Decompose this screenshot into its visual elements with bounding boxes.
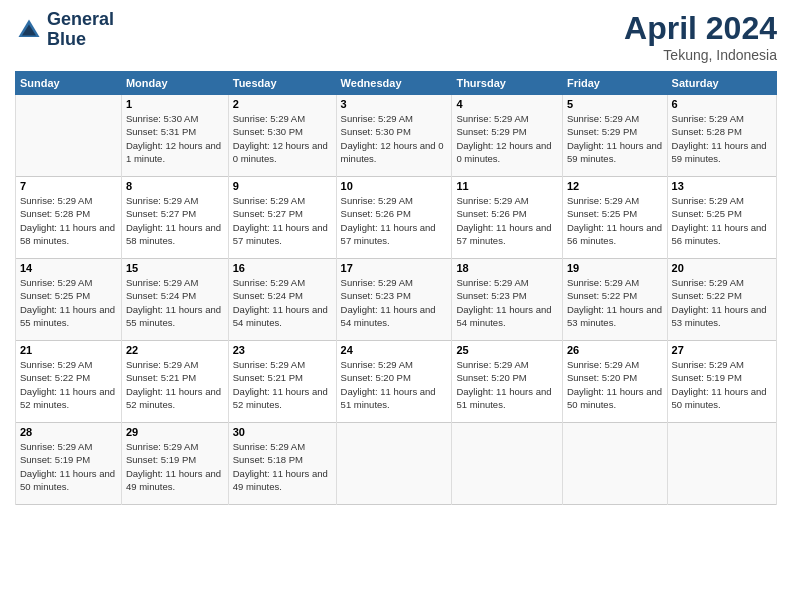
day-cell: 20Sunrise: 5:29 AMSunset: 5:22 PMDayligh… [667, 259, 776, 341]
week-row-3: 21Sunrise: 5:29 AMSunset: 5:22 PMDayligh… [16, 341, 777, 423]
day-number: 15 [126, 262, 224, 274]
day-cell: 3Sunrise: 5:29 AMSunset: 5:30 PMDaylight… [336, 95, 452, 177]
week-row-4: 28Sunrise: 5:29 AMSunset: 5:19 PMDayligh… [16, 423, 777, 505]
day-number: 24 [341, 344, 448, 356]
logo-line1: General [47, 10, 114, 30]
day-number: 20 [672, 262, 772, 274]
day-info: Sunrise: 5:29 AMSunset: 5:27 PMDaylight:… [126, 194, 224, 247]
day-number: 26 [567, 344, 663, 356]
day-cell: 13Sunrise: 5:29 AMSunset: 5:25 PMDayligh… [667, 177, 776, 259]
col-tuesday: Tuesday [228, 72, 336, 95]
logo: General Blue [15, 10, 114, 50]
day-number: 10 [341, 180, 448, 192]
day-cell: 23Sunrise: 5:29 AMSunset: 5:21 PMDayligh… [228, 341, 336, 423]
day-info: Sunrise: 5:29 AMSunset: 5:19 PMDaylight:… [20, 440, 117, 493]
day-cell: 27Sunrise: 5:29 AMSunset: 5:19 PMDayligh… [667, 341, 776, 423]
day-info: Sunrise: 5:29 AMSunset: 5:29 PMDaylight:… [567, 112, 663, 165]
header-row: Sunday Monday Tuesday Wednesday Thursday… [16, 72, 777, 95]
location: Tekung, Indonesia [624, 47, 777, 63]
day-info: Sunrise: 5:29 AMSunset: 5:24 PMDaylight:… [233, 276, 332, 329]
day-number: 27 [672, 344, 772, 356]
day-cell: 11Sunrise: 5:29 AMSunset: 5:26 PMDayligh… [452, 177, 563, 259]
calendar-body: 1Sunrise: 5:30 AMSunset: 5:31 PMDaylight… [16, 95, 777, 505]
day-info: Sunrise: 5:29 AMSunset: 5:21 PMDaylight:… [233, 358, 332, 411]
day-number: 1 [126, 98, 224, 110]
day-info: Sunrise: 5:29 AMSunset: 5:23 PMDaylight:… [341, 276, 448, 329]
day-number: 21 [20, 344, 117, 356]
day-cell: 28Sunrise: 5:29 AMSunset: 5:19 PMDayligh… [16, 423, 122, 505]
day-info: Sunrise: 5:29 AMSunset: 5:28 PMDaylight:… [20, 194, 117, 247]
day-number: 30 [233, 426, 332, 438]
col-saturday: Saturday [667, 72, 776, 95]
day-cell: 4Sunrise: 5:29 AMSunset: 5:29 PMDaylight… [452, 95, 563, 177]
header: General Blue April 2024 Tekung, Indonesi… [15, 10, 777, 63]
day-number: 4 [456, 98, 558, 110]
day-cell: 7Sunrise: 5:29 AMSunset: 5:28 PMDaylight… [16, 177, 122, 259]
day-number: 16 [233, 262, 332, 274]
day-info: Sunrise: 5:29 AMSunset: 5:22 PMDaylight:… [20, 358, 117, 411]
day-cell: 1Sunrise: 5:30 AMSunset: 5:31 PMDaylight… [121, 95, 228, 177]
day-cell: 14Sunrise: 5:29 AMSunset: 5:25 PMDayligh… [16, 259, 122, 341]
week-row-1: 7Sunrise: 5:29 AMSunset: 5:28 PMDaylight… [16, 177, 777, 259]
day-info: Sunrise: 5:30 AMSunset: 5:31 PMDaylight:… [126, 112, 224, 165]
day-cell: 22Sunrise: 5:29 AMSunset: 5:21 PMDayligh… [121, 341, 228, 423]
day-info: Sunrise: 5:29 AMSunset: 5:20 PMDaylight:… [341, 358, 448, 411]
day-cell [452, 423, 563, 505]
day-cell: 19Sunrise: 5:29 AMSunset: 5:22 PMDayligh… [562, 259, 667, 341]
day-info: Sunrise: 5:29 AMSunset: 5:19 PMDaylight:… [672, 358, 772, 411]
day-cell: 9Sunrise: 5:29 AMSunset: 5:27 PMDaylight… [228, 177, 336, 259]
day-number: 17 [341, 262, 448, 274]
day-info: Sunrise: 5:29 AMSunset: 5:21 PMDaylight:… [126, 358, 224, 411]
day-info: Sunrise: 5:29 AMSunset: 5:27 PMDaylight:… [233, 194, 332, 247]
calendar-header: Sunday Monday Tuesday Wednesday Thursday… [16, 72, 777, 95]
day-info: Sunrise: 5:29 AMSunset: 5:23 PMDaylight:… [456, 276, 558, 329]
day-info: Sunrise: 5:29 AMSunset: 5:25 PMDaylight:… [672, 194, 772, 247]
day-info: Sunrise: 5:29 AMSunset: 5:25 PMDaylight:… [567, 194, 663, 247]
page-container: General Blue April 2024 Tekung, Indonesi… [0, 0, 792, 515]
day-info: Sunrise: 5:29 AMSunset: 5:25 PMDaylight:… [20, 276, 117, 329]
day-cell: 29Sunrise: 5:29 AMSunset: 5:19 PMDayligh… [121, 423, 228, 505]
logo-icon [15, 16, 43, 44]
day-cell: 25Sunrise: 5:29 AMSunset: 5:20 PMDayligh… [452, 341, 563, 423]
logo-text: General Blue [47, 10, 114, 50]
week-row-0: 1Sunrise: 5:30 AMSunset: 5:31 PMDaylight… [16, 95, 777, 177]
day-number: 25 [456, 344, 558, 356]
day-number: 18 [456, 262, 558, 274]
day-cell [336, 423, 452, 505]
day-cell: 5Sunrise: 5:29 AMSunset: 5:29 PMDaylight… [562, 95, 667, 177]
day-info: Sunrise: 5:29 AMSunset: 5:28 PMDaylight:… [672, 112, 772, 165]
day-info: Sunrise: 5:29 AMSunset: 5:19 PMDaylight:… [126, 440, 224, 493]
day-number: 11 [456, 180, 558, 192]
title-area: April 2024 Tekung, Indonesia [624, 10, 777, 63]
day-cell: 24Sunrise: 5:29 AMSunset: 5:20 PMDayligh… [336, 341, 452, 423]
day-cell: 8Sunrise: 5:29 AMSunset: 5:27 PMDaylight… [121, 177, 228, 259]
day-number: 7 [20, 180, 117, 192]
day-number: 28 [20, 426, 117, 438]
day-cell: 2Sunrise: 5:29 AMSunset: 5:30 PMDaylight… [228, 95, 336, 177]
day-cell: 10Sunrise: 5:29 AMSunset: 5:26 PMDayligh… [336, 177, 452, 259]
day-cell: 12Sunrise: 5:29 AMSunset: 5:25 PMDayligh… [562, 177, 667, 259]
day-number: 12 [567, 180, 663, 192]
day-number: 8 [126, 180, 224, 192]
day-cell: 6Sunrise: 5:29 AMSunset: 5:28 PMDaylight… [667, 95, 776, 177]
month-title: April 2024 [624, 10, 777, 47]
day-info: Sunrise: 5:29 AMSunset: 5:22 PMDaylight:… [672, 276, 772, 329]
col-wednesday: Wednesday [336, 72, 452, 95]
day-cell [562, 423, 667, 505]
day-number: 14 [20, 262, 117, 274]
day-info: Sunrise: 5:29 AMSunset: 5:18 PMDaylight:… [233, 440, 332, 493]
day-info: Sunrise: 5:29 AMSunset: 5:30 PMDaylight:… [233, 112, 332, 165]
day-number: 19 [567, 262, 663, 274]
day-info: Sunrise: 5:29 AMSunset: 5:20 PMDaylight:… [456, 358, 558, 411]
col-monday: Monday [121, 72, 228, 95]
week-row-2: 14Sunrise: 5:29 AMSunset: 5:25 PMDayligh… [16, 259, 777, 341]
day-number: 6 [672, 98, 772, 110]
day-cell [667, 423, 776, 505]
day-number: 5 [567, 98, 663, 110]
day-number: 2 [233, 98, 332, 110]
day-info: Sunrise: 5:29 AMSunset: 5:24 PMDaylight:… [126, 276, 224, 329]
day-number: 23 [233, 344, 332, 356]
day-number: 3 [341, 98, 448, 110]
day-cell: 18Sunrise: 5:29 AMSunset: 5:23 PMDayligh… [452, 259, 563, 341]
day-info: Sunrise: 5:29 AMSunset: 5:29 PMDaylight:… [456, 112, 558, 165]
